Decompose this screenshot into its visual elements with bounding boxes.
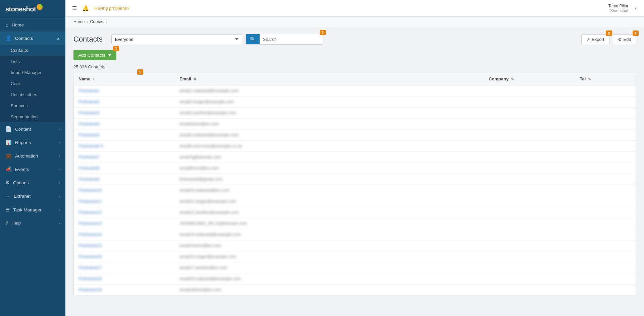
- email-value: email17.another@ex.com: [179, 265, 230, 270]
- table-row[interactable]: Firstname5 email5.redacted@example.com: [74, 130, 636, 141]
- email-value: email4short@ex.com: [179, 122, 226, 126]
- cell-email: email12.another@example.com: [175, 207, 484, 218]
- col-name-label: Name: [78, 76, 90, 81]
- options-icon: ⚙: [5, 180, 10, 186]
- sidebar-item-bounces[interactable]: Bounces: [0, 100, 65, 111]
- cell-company: [484, 196, 575, 207]
- table-row[interactable]: Firstname12 email12.another@example.com: [74, 207, 636, 218]
- email-value: email2.longer@example.com: [179, 100, 243, 104]
- table-row[interactable]: Firstname7 email7g@domain.com: [74, 152, 636, 163]
- cell-tel: [575, 108, 636, 119]
- sidebar-item-task-manager[interactable]: ☰ Task Manager ›: [0, 203, 65, 216]
- col-tel[interactable]: Tel ⇅: [575, 73, 636, 85]
- cell-email: email19short@ex.com: [175, 285, 484, 296]
- sidebar-item-reports[interactable]: 📊 Reports ›: [0, 136, 65, 149]
- table-row[interactable]: Firstname1 email1.redacted@example.com: [74, 85, 636, 97]
- table-row[interactable]: Firstname16 email16.longer@example.com: [74, 251, 636, 262]
- cell-company: [484, 229, 575, 240]
- cell-tel: [575, 163, 636, 174]
- breadcrumb-home[interactable]: Home: [73, 19, 85, 24]
- cell-tel: [575, 152, 636, 163]
- email-value: firstname9@gmail.com: [179, 177, 241, 182]
- sidebar-item-segmentation[interactable]: Segmentation: [0, 111, 65, 122]
- table-row[interactable]: Firstname19 email19short@ex.com: [74, 285, 636, 296]
- cell-tel: [575, 141, 636, 152]
- table-row[interactable]: Firstname14 email14.redacted@example.com: [74, 229, 636, 240]
- reports-chevron: ›: [59, 140, 60, 144]
- table-row[interactable]: Firstname8 email8short@ex.com: [74, 163, 636, 174]
- sidebar-item-lists[interactable]: Lists: [0, 56, 65, 67]
- sidebar-item-unsubscribes[interactable]: Unsubscribes: [0, 89, 65, 100]
- cell-tel: [575, 196, 636, 207]
- logo-area: stoneshot: [0, 0, 65, 18]
- name-value: Firstname16: [78, 254, 116, 259]
- filter-dropdown[interactable]: Everyone My Contacts Unsubscribed Bounce…: [111, 35, 242, 44]
- add-contacts-badge: 1: [113, 46, 119, 51]
- table-row[interactable]: Firstname6 S email6.and.more@example.co.…: [74, 141, 636, 152]
- contacts-submenu: Contacts Lists Import Manager Core Unsub…: [0, 45, 65, 122]
- cell-tel: [575, 240, 636, 251]
- col-name[interactable]: Name ↑: [74, 73, 175, 85]
- cell-name: Firstname18: [74, 273, 175, 285]
- cell-tel: [575, 273, 636, 285]
- table-row[interactable]: Firstname15 email15short@ex.com: [74, 240, 636, 251]
- cell-tel: [575, 97, 636, 108]
- table-row[interactable]: Firstname11 email11.longer@example.com: [74, 196, 636, 207]
- sidebar-item-options-label: Options: [13, 180, 29, 185]
- sidebar-item-options[interactable]: ⚙ Options ›: [0, 176, 65, 189]
- search-icon: 🔍: [250, 37, 256, 42]
- sidebar-item-contacts[interactable]: 👤 Contacts ▲: [0, 31, 65, 45]
- col-tel-label: Tel: [580, 76, 586, 81]
- table-row[interactable]: Firstname10 email10.redacted@ex.com: [74, 185, 636, 196]
- bell-icon[interactable]: 🔔: [82, 5, 89, 11]
- menu-icon[interactable]: ☰: [72, 5, 77, 11]
- breadcrumb-current: Contacts: [90, 19, 107, 24]
- sidebar-item-extranet[interactable]: ＋ Extranet ›: [0, 189, 65, 203]
- cell-company: [484, 185, 575, 196]
- table-row[interactable]: Firstname3 email3.another@example.com: [74, 108, 636, 119]
- sidebar-item-import-manager[interactable]: Import Manager: [0, 67, 65, 78]
- edit-button[interactable]: ⚙ Edit: [613, 35, 636, 44]
- add-contacts-button[interactable]: Add Contacts ▼: [73, 50, 116, 60]
- bounces-label: Bounces: [11, 103, 28, 108]
- table-row[interactable]: Firstname9 firstname9@gmail.com: [74, 174, 636, 185]
- email-value: email19short@ex.com: [179, 288, 228, 292]
- search-button[interactable]: 🔍: [246, 34, 260, 44]
- sidebar-item-help[interactable]: ? Help ›: [0, 216, 65, 230]
- col-company[interactable]: Company ⇅: [484, 73, 575, 85]
- name-value: Firstname1: [78, 88, 112, 93]
- task-manager-icon: ☰: [5, 207, 10, 213]
- col-email[interactable]: Email ⇅: [175, 73, 484, 85]
- name-value: Firstname6 S: [78, 144, 105, 148]
- name-value: Firstname14: [78, 232, 111, 237]
- cell-email: email3.another@example.com: [175, 108, 484, 119]
- sidebar-item-home[interactable]: ⌂ Home: [0, 18, 65, 31]
- name-value: Firstname18: [78, 276, 113, 281]
- cell-email: email1.redacted@example.com: [175, 85, 484, 97]
- table-row[interactable]: Firstname17 email17.another@ex.com: [74, 262, 636, 273]
- sidebar-item-core[interactable]: Core: [0, 78, 65, 89]
- export-button[interactable]: ↗ Export: [581, 35, 609, 44]
- cell-company: [484, 262, 575, 273]
- search-input[interactable]: [260, 35, 323, 44]
- table-row[interactable]: Firstname2 email2.longer@example.com: [74, 97, 636, 108]
- sidebar-item-content[interactable]: 📄 Content ›: [0, 122, 65, 136]
- col-email-label: Email: [179, 76, 191, 81]
- sidebar-item-home-label: Home: [12, 22, 24, 27]
- extranet-chevron: ›: [59, 194, 60, 198]
- help-link[interactable]: Having problems?: [94, 6, 129, 11]
- sidebar-item-events[interactable]: 📣 Events ›: [0, 163, 65, 176]
- table-row[interactable]: Firstname18 email18.redacted@example.com: [74, 273, 636, 285]
- table-row[interactable]: Firstname4 email4short@ex.com: [74, 119, 636, 130]
- table-row[interactable]: Firstname13 JGSW9UJMG_9FLJ2@domain.com: [74, 218, 636, 229]
- cell-email: email8short@ex.com: [175, 163, 484, 174]
- cell-company: [484, 97, 575, 108]
- email-value: email18.redacted@example.com: [179, 276, 240, 281]
- cell-email: email18.redacted@example.com: [175, 273, 484, 285]
- automation-chevron: ›: [59, 154, 60, 158]
- task-manager-chevron: ›: [59, 208, 60, 212]
- sidebar-item-contacts-sub[interactable]: Contacts: [0, 45, 65, 56]
- user-dropdown-icon[interactable]: ▼: [634, 6, 637, 10]
- email-sort-icon: ⇅: [193, 77, 196, 81]
- sidebar-item-automation[interactable]: 💼 Automation ›: [0, 149, 65, 163]
